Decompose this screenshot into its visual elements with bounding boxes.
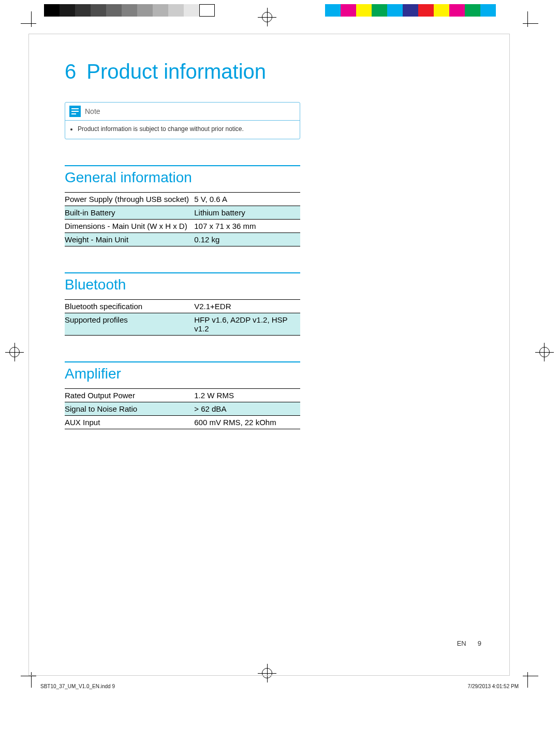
crop-mark xyxy=(21,676,36,676)
table-row: Bluetooth specificationV2.1+EDR xyxy=(65,299,300,313)
table-row: Built-in BatteryLithium battery xyxy=(65,206,300,219)
chapter-text: Product information xyxy=(86,60,266,83)
table-row: Supported profilesHFP v1.6, A2DP v1.2, H… xyxy=(65,313,300,335)
chapter-number: 6 xyxy=(65,60,76,83)
table-row: Dimensions - Main Unit (W x H x D)107 x … xyxy=(65,219,300,232)
section-bluetooth: Bluetooth Bluetooth specificationV2.1+ED… xyxy=(65,272,300,336)
page-footer: EN 9 xyxy=(457,639,481,647)
section-amplifier: Amplifier Rated Output Power1.2 W RMS Si… xyxy=(65,361,300,429)
registration-icon xyxy=(535,352,554,353)
crop-mark xyxy=(527,672,528,688)
table-row: AUX Input600 mV RMS, 22 kOhm xyxy=(65,415,300,429)
table-general: Power Supply (through USB socket)5 V, 0.… xyxy=(65,192,300,246)
crop-mark xyxy=(523,23,538,24)
table-row: Power Supply (through USB socket)5 V, 0.… xyxy=(65,192,300,206)
note-label: Note xyxy=(85,107,100,115)
registration-icon xyxy=(544,343,545,361)
table-row: Rated Output Power1.2 W RMS xyxy=(65,388,300,402)
registration-icon xyxy=(267,664,268,682)
crop-mark xyxy=(527,11,528,27)
table-amplifier: Rated Output Power1.2 W RMS Signal to No… xyxy=(65,388,300,429)
table-bluetooth: Bluetooth specificationV2.1+EDR Supporte… xyxy=(65,299,300,336)
section-title: Amplifier xyxy=(65,366,300,382)
crop-mark xyxy=(31,672,32,688)
crop-mark xyxy=(21,23,36,24)
page-content: 6 Product information Note Product infor… xyxy=(65,60,311,429)
table-row: Signal to Noise Ratio> 62 dBA xyxy=(65,402,300,415)
greyscale-bar xyxy=(44,4,215,17)
note-text: Product information is subject to change… xyxy=(78,125,292,134)
chapter-title: 6 Product information xyxy=(65,60,311,83)
section-general: General information Power Supply (throug… xyxy=(65,165,300,246)
note-box: Note Product information is subject to c… xyxy=(65,102,300,139)
section-title: Bluetooth xyxy=(65,277,300,293)
color-bar xyxy=(325,4,496,17)
table-row: Weight - Main Unit0.12 kg xyxy=(65,232,300,246)
slug-left: SBT10_37_UM_V1.0_EN.indd 9 xyxy=(40,684,115,689)
slug-right: 7/29/2013 4:01:52 PM xyxy=(468,684,519,689)
crop-mark xyxy=(31,11,32,27)
section-title: General information xyxy=(65,169,300,186)
footer-page: 9 xyxy=(478,639,481,647)
note-icon xyxy=(69,106,81,117)
registration-icon xyxy=(267,8,268,26)
crop-mark xyxy=(523,676,538,676)
footer-lang: EN xyxy=(457,639,466,647)
registration-icon xyxy=(14,343,15,361)
